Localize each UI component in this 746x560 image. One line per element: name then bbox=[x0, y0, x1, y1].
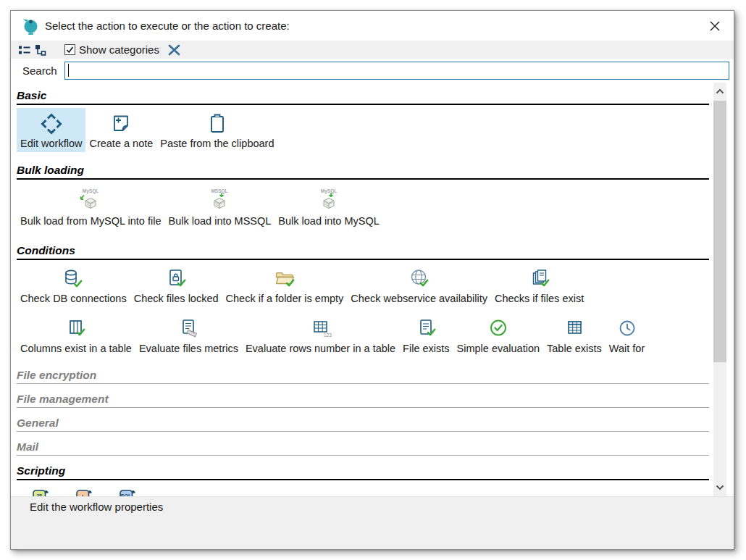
bulk-load-into-mssql-icon: MSSQL bbox=[201, 187, 238, 213]
sql-scroll-icon: SQL bbox=[118, 488, 137, 496]
action-item-label: Evaluate rows number in a table bbox=[246, 343, 395, 354]
content-area: Basic Edit workflow Create a note Paste … bbox=[11, 83, 713, 496]
scroll-up-button[interactable] bbox=[713, 83, 726, 100]
category-header-mail[interactable]: Mail bbox=[17, 440, 709, 456]
create-note-icon bbox=[109, 112, 133, 135]
category-header-bulk-loading[interactable]: Bulk loading bbox=[17, 164, 709, 180]
status-text: Edit the workflow properties bbox=[11, 497, 734, 513]
table-grid-icon bbox=[563, 317, 586, 340]
action-item-label: Simple evaluation bbox=[457, 343, 540, 354]
action-item-label: Bulk load into MySQL bbox=[278, 215, 379, 227]
category-header-scripting[interactable]: Scripting bbox=[17, 464, 709, 480]
text-caret bbox=[68, 64, 69, 77]
tree-view-button[interactable] bbox=[33, 43, 48, 57]
svg-text:MSSQL: MSSQL bbox=[211, 188, 228, 194]
scroll-down-button[interactable] bbox=[713, 479, 726, 496]
action-item-simple-evaluation[interactable]: Simple evaluation bbox=[453, 313, 543, 357]
file-metrics-icon bbox=[177, 317, 200, 340]
item-row-conditions-0: Check DB connections Check files locked … bbox=[17, 263, 713, 307]
category-header-file-encryption[interactable]: File encryption bbox=[17, 369, 709, 384]
action-item-label: Bulk load into MSSQL bbox=[168, 215, 271, 227]
file-lock-check-icon bbox=[164, 267, 188, 291]
action-item-label: Evaluate files metrics bbox=[139, 343, 238, 354]
action-item-label: Checks if files exist bbox=[495, 293, 584, 304]
search-row: Search bbox=[11, 59, 734, 83]
action-item-wait-for[interactable]: Wait for bbox=[605, 313, 648, 357]
category-header-basic[interactable]: Basic bbox=[17, 89, 709, 105]
action-item-label: Create a note bbox=[89, 138, 153, 149]
folder-check-icon bbox=[273, 267, 296, 291]
action-item-bulk-load-into-mssql[interactable]: MSSQL Bulk load into MSSQL bbox=[164, 183, 274, 230]
table-columns-check-icon bbox=[64, 317, 88, 340]
list-view-button[interactable] bbox=[17, 43, 31, 57]
action-item-label: Wait for bbox=[609, 343, 645, 354]
shell-scroll-icon: › bbox=[75, 488, 93, 496]
bulk-load-from-mysql-icon: MySQL bbox=[72, 187, 109, 213]
action-item-bulk-load-into-mysql[interactable]: MySQL Bulk load into MySQL bbox=[274, 183, 382, 230]
action-item-evaluate-rows-number-in-a-table[interactable]: 123Evaluate rows number in a table bbox=[242, 313, 399, 357]
dialog-title: Select the action to execute or the acti… bbox=[45, 20, 290, 32]
vertical-scrollbar[interactable] bbox=[713, 83, 726, 496]
category-header-general[interactable]: General bbox=[17, 417, 709, 432]
action-item-create-a-note[interactable]: Create a note bbox=[85, 108, 156, 152]
status-bar: Edit the workflow properties bbox=[11, 496, 734, 549]
bulk-load-into-mysql-icon: MySQL bbox=[311, 187, 347, 213]
action-item-label: Paste from the clipboard bbox=[160, 138, 274, 149]
title-bar: Select the action to execute or the acti… bbox=[11, 11, 734, 41]
action-item-label: Check if a folder is empty bbox=[226, 293, 344, 304]
search-label: Search bbox=[22, 64, 57, 77]
globe-check-icon bbox=[408, 267, 431, 291]
svg-text:123: 123 bbox=[324, 333, 332, 338]
paste-clipboard-icon bbox=[206, 112, 229, 135]
action-item-sql-scroll-icon[interactable]: SQL bbox=[118, 488, 137, 496]
action-item-checks-if-files-exist[interactable]: Checks if files exist bbox=[491, 263, 587, 307]
scrollbar-thumb[interactable] bbox=[713, 101, 726, 362]
kettle-logo-icon bbox=[22, 17, 39, 35]
javascript-scroll-icon: JS bbox=[31, 488, 50, 496]
category-header-file-management[interactable]: File management bbox=[17, 393, 709, 408]
action-item-label: Table exists bbox=[547, 343, 602, 354]
action-item-table-exists[interactable]: Table exists bbox=[543, 313, 605, 357]
item-row-bulk-loading-0: MySQL Bulk load from MySQL into fileMSSQ… bbox=[17, 183, 713, 230]
action-item-paste-from-the-clipboard[interactable]: Paste from the clipboard bbox=[156, 108, 277, 152]
item-row-basic-0: Edit workflow Create a note Paste from t… bbox=[17, 108, 713, 152]
edit-workflow-icon bbox=[40, 112, 63, 135]
clear-filter-button[interactable] bbox=[167, 43, 183, 57]
toolbar: Show categories bbox=[11, 41, 734, 59]
show-categories-checkbox[interactable]: Show categories bbox=[64, 43, 159, 56]
action-item-javascript-scroll-icon[interactable]: JS bbox=[31, 488, 50, 496]
action-item-label: File exists bbox=[403, 343, 449, 354]
action-item-label: Check DB connections bbox=[20, 293, 127, 304]
action-item-evaluate-files-metrics[interactable]: Evaluate files metrics bbox=[135, 313, 242, 357]
item-row-conditions-1: Columns exist in a table Evaluate files … bbox=[17, 313, 713, 357]
item-row-scripting-0: JS›SQL bbox=[17, 483, 713, 496]
svg-text:MySQL: MySQL bbox=[321, 188, 337, 194]
action-item-label: Check files locked bbox=[134, 293, 219, 304]
search-input[interactable] bbox=[64, 62, 729, 80]
action-item-file-exists[interactable]: File exists bbox=[399, 313, 453, 357]
action-item-label: Columns exist in a table bbox=[20, 343, 132, 354]
action-item-check-files-locked[interactable]: Check files locked bbox=[130, 263, 222, 307]
action-item-check-webservice-availability[interactable]: Check webservice availability bbox=[347, 263, 491, 307]
show-categories-label: Show categories bbox=[79, 43, 159, 56]
database-check-icon bbox=[62, 267, 85, 291]
action-item-check-db-connections[interactable]: Check DB connections bbox=[17, 263, 130, 307]
table-rows-count-icon: 123 bbox=[309, 317, 332, 340]
files-stack-check-icon bbox=[528, 267, 551, 291]
close-button[interactable] bbox=[708, 19, 722, 33]
action-select-dialog: Select the action to execute or the acti… bbox=[10, 10, 734, 550]
action-item-check-if-a-folder-is-empty[interactable]: Check if a folder is empty bbox=[222, 263, 348, 307]
action-item-edit-workflow[interactable]: Edit workflow bbox=[17, 108, 85, 152]
action-item-bulk-load-from-mysql-into-file[interactable]: MySQL Bulk load from MySQL into file bbox=[17, 183, 164, 230]
action-item-label: Edit workflow bbox=[20, 138, 82, 149]
action-item-label: Bulk load from MySQL into file bbox=[20, 215, 161, 227]
action-item-label: Check webservice availability bbox=[351, 293, 487, 304]
svg-text:MySQL: MySQL bbox=[83, 188, 99, 194]
clock-icon bbox=[616, 317, 639, 340]
category-header-conditions[interactable]: Conditions bbox=[17, 244, 709, 260]
action-item-shell-scroll-icon[interactable]: › bbox=[75, 488, 93, 496]
checkbox-checked-icon bbox=[64, 44, 75, 55]
file-check-icon bbox=[414, 317, 437, 340]
check-circle-icon bbox=[487, 317, 510, 340]
action-item-columns-exist-in-a-table[interactable]: Columns exist in a table bbox=[17, 313, 135, 357]
